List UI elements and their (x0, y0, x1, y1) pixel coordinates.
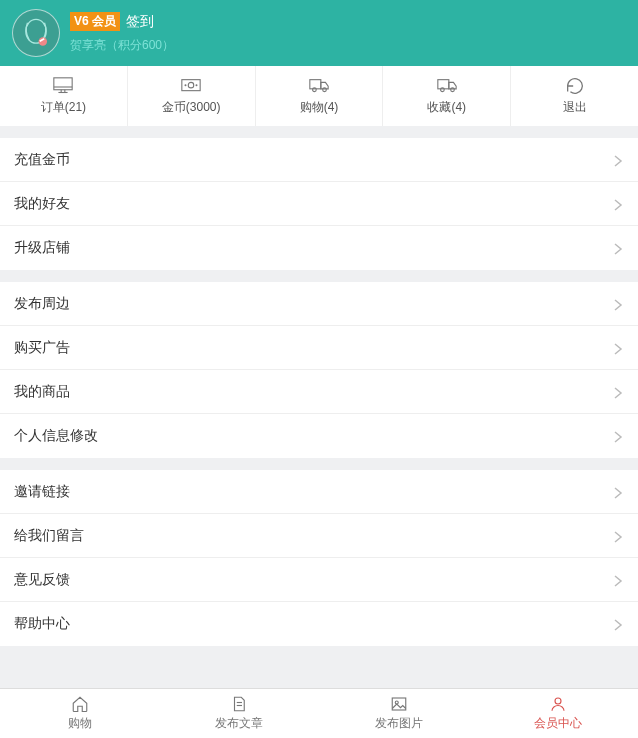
chevron-right-icon (612, 386, 624, 398)
chevron-right-icon (612, 242, 624, 254)
svg-rect-15 (438, 80, 449, 89)
row-label: 意见反馈 (14, 571, 70, 589)
row-recharge[interactable]: 充值金币 (0, 138, 638, 182)
row-label: 购买广告 (14, 339, 70, 357)
chevron-right-icon (612, 342, 624, 354)
document-icon (230, 695, 248, 713)
quick-nav: 订单(21) 金币(3000) 购物(4) 收藏(4) 退出 (0, 66, 638, 126)
svg-point-22 (555, 698, 561, 704)
list-group-1: 充值金币 我的好友 升级店铺 (0, 138, 638, 270)
user-icon (549, 695, 567, 713)
profile-header: V6 会员 签到 贺享亮（积分600） (0, 0, 638, 66)
nav-orders[interactable]: 订单(21) (0, 66, 128, 126)
signin-button[interactable]: 签到 (126, 13, 154, 31)
row-label: 给我们留言 (14, 527, 84, 545)
chevron-right-icon (612, 154, 624, 166)
bottom-tabbar: 购物 发布文章 发布图片 会员中心 (0, 688, 638, 738)
row-label: 邀请链接 (14, 483, 70, 501)
list-group-2: 发布周边 购买广告 我的商品 个人信息修改 (0, 282, 638, 458)
nav-favorites[interactable]: 收藏(4) (383, 66, 511, 126)
nav-label: 购物(4) (300, 99, 339, 116)
image-icon (390, 695, 408, 713)
money-icon (180, 77, 202, 95)
row-upgrade-shop[interactable]: 升级店铺 (0, 226, 638, 270)
monitor-icon (52, 77, 74, 95)
row-friends[interactable]: 我的好友 (0, 182, 638, 226)
row-label: 升级店铺 (14, 239, 70, 257)
svg-rect-3 (54, 78, 72, 90)
nav-label: 收藏(4) (427, 99, 466, 116)
tab-label: 购物 (68, 715, 92, 732)
chevron-right-icon (612, 530, 624, 542)
svg-point-10 (185, 85, 186, 86)
chevron-right-icon (612, 430, 624, 442)
refresh-icon (564, 77, 586, 95)
svg-point-11 (196, 85, 197, 86)
row-buy-ads[interactable]: 购买广告 (0, 326, 638, 370)
nav-shopping[interactable]: 购物(4) (256, 66, 384, 126)
chevron-right-icon (612, 298, 624, 310)
row-label: 帮助中心 (14, 615, 70, 633)
avatar[interactable] (12, 9, 60, 57)
truck-icon (308, 77, 330, 95)
row-label: 充值金币 (14, 151, 70, 169)
row-feedback[interactable]: 意见反馈 (0, 558, 638, 602)
nav-label: 金币(3000) (162, 99, 221, 116)
tab-member-center[interactable]: 会员中心 (479, 689, 639, 738)
tab-shopping[interactable]: 购物 (0, 689, 160, 738)
row-label: 我的好友 (14, 195, 70, 213)
row-invite-link[interactable]: 邀请链接 (0, 470, 638, 514)
chevron-right-icon (612, 198, 624, 210)
row-label: 发布周边 (14, 295, 70, 313)
list-group-3: 邀请链接 给我们留言 意见反馈 帮助中心 (0, 470, 638, 646)
svg-rect-12 (310, 80, 321, 89)
home-icon (71, 695, 89, 713)
tab-post-image[interactable]: 发布图片 (319, 689, 479, 738)
nav-logout[interactable]: 退出 (511, 66, 638, 126)
tab-label: 发布文章 (215, 715, 263, 732)
nav-label: 订单(21) (41, 99, 86, 116)
tab-post-article[interactable]: 发布文章 (160, 689, 320, 738)
svg-point-9 (188, 83, 193, 88)
vip-badge: V6 会员 (70, 12, 120, 31)
nav-coins[interactable]: 金币(3000) (128, 66, 256, 126)
avatar-face-icon (19, 16, 53, 50)
tab-label: 会员中心 (534, 715, 582, 732)
row-my-products[interactable]: 我的商品 (0, 370, 638, 414)
chevron-right-icon (612, 486, 624, 498)
row-leave-message[interactable]: 给我们留言 (0, 514, 638, 558)
row-label: 我的商品 (14, 383, 70, 401)
row-help[interactable]: 帮助中心 (0, 602, 638, 646)
tab-label: 发布图片 (375, 715, 423, 732)
user-subtitle: 贺享亮（积分600） (70, 37, 174, 54)
chevron-right-icon (612, 574, 624, 586)
svg-point-1 (39, 37, 48, 46)
svg-rect-20 (392, 698, 406, 710)
row-publish-nearby[interactable]: 发布周边 (0, 282, 638, 326)
row-edit-profile[interactable]: 个人信息修改 (0, 414, 638, 458)
nav-label: 退出 (563, 99, 587, 116)
chevron-right-icon (612, 618, 624, 630)
row-label: 个人信息修改 (14, 427, 98, 445)
truck-icon (436, 77, 458, 95)
